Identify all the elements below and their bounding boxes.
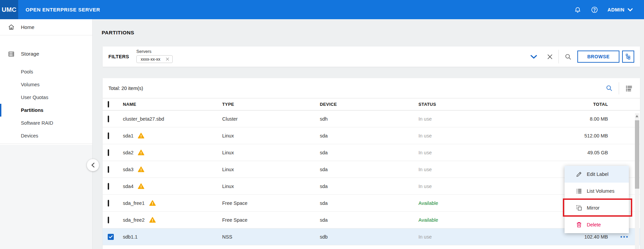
row-checkbox[interactable] (108, 166, 109, 173)
row-context-menu: Edit LabelList VolumesMirrorDelete (565, 166, 629, 233)
sidebar-item-devices[interactable]: Devices (0, 129, 92, 142)
chevron-down-icon (628, 8, 633, 11)
sidebar-item-home[interactable]: Home (0, 19, 92, 35)
warning-icon (138, 132, 144, 139)
warning-icon (138, 183, 144, 189)
menu-item-delete[interactable]: Delete (565, 216, 629, 233)
partition-type: Free Space (222, 200, 320, 206)
table-header-row: NAME TYPE DEVICE STATUS TOTAL (103, 98, 640, 111)
partition-device: sda (320, 167, 418, 172)
server-filter-chip[interactable]: xxxx-xx-xx (136, 55, 173, 63)
row-checkbox[interactable] (108, 200, 109, 207)
partition-type: NSS (222, 234, 320, 240)
menu-item-label: List Volumes (587, 188, 614, 194)
column-header-status: STATUS (418, 102, 517, 107)
row-checkbox[interactable] (108, 116, 109, 122)
filters-search-icon[interactable] (565, 53, 572, 60)
filters-label: FILTERS (108, 46, 129, 67)
scroll-up-arrow-icon[interactable] (636, 115, 638, 117)
help-icon[interactable] (590, 6, 598, 13)
partition-name: sdb1.1 (123, 234, 138, 240)
partition-total: 8.00 MB (517, 116, 608, 122)
partition-total: 49.05 GB (517, 150, 608, 155)
table-row[interactable]: cluster_beta27.sbdClustersdhIn use8.00 M… (103, 111, 640, 127)
sidebar-home-label: Home (21, 24, 34, 30)
menu-item-list-volumes[interactable]: List Volumes (565, 183, 629, 199)
partition-status: Available (418, 200, 517, 206)
server-chip-value: xxxx-xx-xx (141, 57, 160, 62)
menu-item-edit-label[interactable]: Edit Label (565, 166, 629, 183)
partition-status: In use (418, 167, 517, 172)
partition-name: sda_free1 (123, 200, 145, 206)
partition-type: Linux (222, 133, 320, 138)
sidebar-item-volumes[interactable]: Volumes (0, 78, 92, 91)
trash-icon (576, 221, 582, 228)
menu-item-mirror[interactable]: Mirror (565, 199, 629, 216)
topbar-actions: ADMIN (574, 6, 644, 13)
sidebar-item-partitions[interactable]: Partitions (0, 104, 92, 117)
user-menu[interactable]: ADMIN (607, 7, 633, 12)
table-row[interactable]: sda3LinuxsdaIn use (103, 161, 640, 178)
partition-device: sda (320, 200, 418, 206)
table-row[interactable]: sda_free1Free SpacesdaAvailable (103, 195, 640, 212)
sidebar-collapse-button[interactable] (87, 159, 99, 171)
row-checkbox[interactable] (108, 132, 109, 139)
partition-name: sda1 (123, 133, 133, 138)
notifications-bell-icon[interactable] (574, 6, 581, 13)
column-header-name: NAME (123, 102, 222, 107)
partition-status: In use (418, 150, 517, 155)
sidebar-item-pools[interactable]: Pools (0, 65, 92, 78)
sidebar-item-user-quotas[interactable]: User Quotas (0, 91, 92, 104)
partition-device: sda (320, 184, 418, 189)
umc-logo[interactable]: UMC (0, 0, 18, 19)
toolbar-divider (619, 82, 619, 94)
filters-clear-icon[interactable] (547, 54, 553, 60)
partition-name: sda3 (123, 167, 133, 172)
row-checkbox[interactable] (108, 183, 109, 190)
pencil-icon (576, 171, 582, 178)
table-search-icon[interactable] (606, 85, 613, 92)
row-checkbox[interactable] (108, 217, 109, 223)
menu-item-label: Mirror (587, 205, 600, 211)
list-volumes-icon (576, 188, 582, 194)
top-bar: UMC OPEN ENTERPRISE SERVER ADMIN (0, 0, 644, 19)
user-name: ADMIN (607, 7, 624, 12)
table-row[interactable]: sda1LinuxsdaIn use512.00 MB (103, 127, 640, 144)
partition-name: sda4 (123, 184, 133, 189)
table-body: cluster_beta27.sbdClustersdhIn use8.00 M… (103, 111, 640, 245)
partition-type: Linux (222, 184, 320, 189)
page-title: PARTITIONS (102, 30, 134, 36)
sidebar-item-software-raid[interactable]: Software RAID (0, 117, 92, 129)
filters-divider (558, 50, 559, 63)
sidebar-storage-label: Storage (21, 51, 39, 57)
row-actions-ellipsis-icon[interactable] (619, 234, 629, 240)
server-filter-label: Servers (136, 49, 173, 54)
table-row[interactable]: sda_free2Free SpacesdaAvailable (103, 212, 640, 228)
warning-icon (138, 166, 144, 173)
scrollbar-thumb[interactable] (635, 120, 639, 189)
row-checkbox[interactable] (108, 234, 114, 240)
sidebar-bottom-area (0, 145, 92, 249)
total-count: Total: 20 item(s) (108, 86, 143, 91)
table-row[interactable]: sdb1.1NSSsdbIn use102.40 MB (103, 228, 640, 245)
partition-name: sda2 (123, 150, 133, 155)
select-all-checkbox[interactable] (108, 101, 109, 107)
row-checkbox[interactable] (108, 149, 109, 156)
partition-type: Cluster (222, 116, 320, 122)
column-settings-icon[interactable] (625, 85, 633, 92)
app-title: OPEN ENTERPRISE SERVER (26, 7, 100, 12)
browse-button[interactable]: BROWSE (577, 51, 619, 63)
partition-device: sda (320, 150, 418, 155)
table-scrollbar[interactable] (635, 113, 639, 249)
partition-status: Available (418, 217, 517, 223)
partition-type: Linux (222, 150, 320, 155)
table-row[interactable]: sda4LinuxsdaIn use (103, 178, 640, 195)
partition-device: sdh (320, 116, 418, 122)
table-row[interactable]: sda2LinuxsdaIn use49.05 GB (103, 144, 640, 161)
partition-type: Free Space (222, 217, 320, 223)
filters-expand-chevron-icon[interactable] (530, 55, 537, 59)
tree-view-button[interactable] (622, 51, 634, 63)
chip-remove-icon[interactable] (166, 57, 169, 61)
sidebar-item-storage[interactable]: Storage (0, 48, 92, 60)
sidebar: Home Storage PoolsVolumesUser QuotasPart… (0, 19, 93, 249)
